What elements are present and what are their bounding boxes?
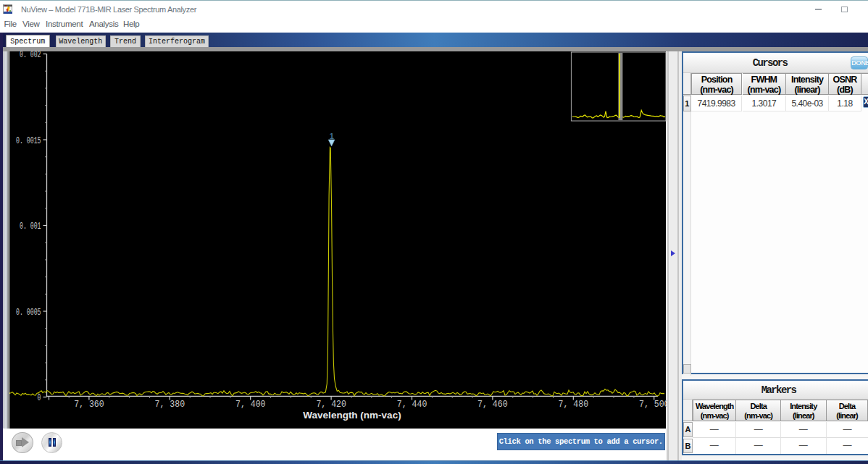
- svg-text:Wavelength (nm-vac): Wavelength (nm-vac): [303, 410, 401, 421]
- svg-text:0. 0015: 0. 0015: [16, 136, 41, 146]
- svg-text:7, 360: 7, 360: [74, 399, 104, 410]
- svg-text:7, 380: 7, 380: [155, 399, 185, 410]
- svg-text:7, 480: 7, 480: [559, 399, 589, 410]
- svg-text:7, 440: 7, 440: [397, 399, 427, 410]
- svg-text:7, 500: 7, 500: [639, 399, 669, 410]
- svg-text:7, 460: 7, 460: [477, 399, 508, 410]
- svg-text:0. 0005: 0. 0005: [16, 308, 41, 318]
- svg-text:1: 1: [330, 132, 334, 140]
- svg-text:7, 400: 7, 400: [235, 399, 266, 410]
- svg-text:0. 002: 0. 002: [20, 50, 41, 60]
- svg-text:7, 420: 7, 420: [316, 399, 346, 410]
- svg-text:0. 001: 0. 001: [20, 222, 41, 232]
- svg-text:0: 0: [38, 393, 41, 403]
